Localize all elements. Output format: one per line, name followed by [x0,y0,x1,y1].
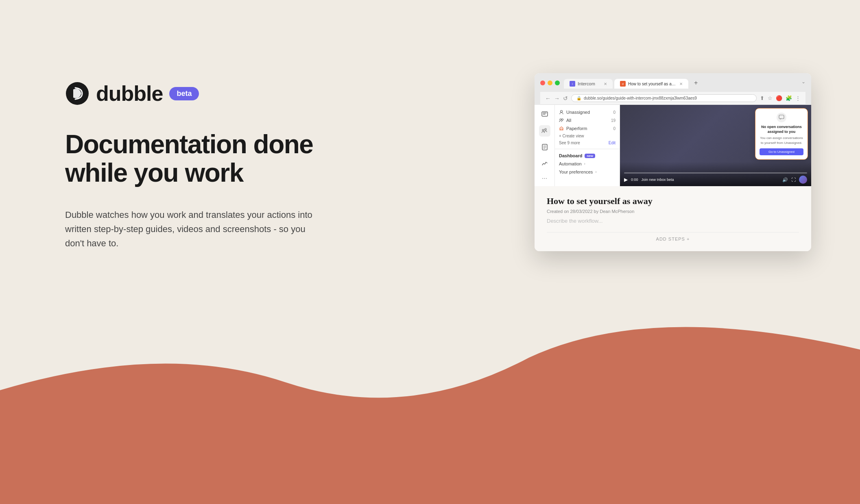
svg-point-6 [560,119,561,120]
browser-expand-icon[interactable]: ⌄ [801,79,805,85]
minimize-dot[interactable] [548,80,552,85]
logo-area: dubble beta [65,81,317,106]
nav-paperform[interactable]: Paperform 0 [555,124,620,133]
extensions-icon[interactable]: 🧩 [786,95,792,101]
sidebar-articles-icon[interactable] [539,141,550,153]
video-label: Join new Inbox beta [642,178,779,182]
nav-all-count: 19 [611,118,616,123]
guide-content-area: How to set yourself as away Created on 2… [535,186,811,251]
window-controls [540,80,560,85]
browser-chrome: i Intercom ✕ d How to set yourself as aw… [535,73,811,105]
headline: Documentation done while you work [65,130,317,187]
nav-divider [555,149,620,149]
svg-point-5 [561,111,563,113]
lock-icon: 🔒 [576,96,581,100]
tab2-close-icon[interactable]: ✕ [679,82,683,86]
tab1-label: Intercom [578,81,595,86]
beta-badge: beta [169,87,199,100]
nav-unassigned-label: Unassigned [566,110,590,115]
preferences-arrow-icon: › [595,170,596,174]
dubble-logo-icon [65,81,89,106]
nav-paperform-count: 0 [613,126,616,131]
refresh-button[interactable]: ↺ [563,95,568,102]
left-content-area: dubble beta Documentation done while you… [65,81,317,250]
go-to-unassigned-button[interactable]: Go to Unassigned [760,148,803,155]
browser-mockup: i Intercom ✕ d How to set yourself as aw… [535,73,811,251]
share-icon[interactable]: ⬆ [760,95,764,101]
more-icon[interactable]: ⋮ [795,95,801,101]
video-avatar [799,176,807,184]
nav-dashboard[interactable]: Dashboard new [555,152,620,160]
svg-rect-8 [779,115,784,119]
intercom-nav-panel: Unassigned 0 All 19 [555,105,620,186]
guide-description-placeholder[interactable]: Describe the workflow... [547,218,799,224]
svg-point-2 [542,129,544,131]
hero-subtext: Dubble watches how you work and translat… [65,208,317,251]
logo-text: dubble [96,81,163,106]
guide-favicon: d [620,81,626,87]
forward-button[interactable]: → [554,95,560,102]
svg-point-7 [562,119,563,120]
address-bar[interactable]: 🔒 dubble.so/guides/guide-with-intercom-j… [571,94,757,102]
automation-arrow-icon: › [584,162,585,166]
tab1-close-icon[interactable]: ✕ [604,82,607,86]
play-button[interactable]: ▶ [624,177,628,182]
sidebar-reports-icon[interactable] [539,158,550,169]
browser-action-buttons: ⬆ ☆ 🔴 🧩 ⋮ [760,95,801,101]
url-text: dubble.so/guides/guide-with-intercom-jmx… [584,96,697,100]
extension-icon[interactable]: 🔴 [776,95,782,101]
svg-point-3 [545,128,546,130]
back-button[interactable]: ← [545,95,551,102]
nav-unassigned[interactable]: Unassigned 0 [555,108,620,116]
popup-title: No open conversations assigned to you [760,125,803,134]
new-badge: new [585,154,595,158]
maximize-dot[interactable] [555,80,560,85]
video-right-controls: 🔊 ⛶ [782,176,807,184]
browser-mockup-wrapper: i Intercom ✕ d How to set yourself as aw… [535,73,811,251]
sidebar-conversations-icon[interactable] [539,125,550,137]
new-tab-button[interactable]: + [690,77,739,89]
video-player: ▶ 0:00 Join new Inbox beta 🔊 ⛶ [620,162,811,186]
sidebar-inbox-icon[interactable] [539,109,550,120]
volume-icon[interactable]: 🔊 [782,177,788,182]
browser-content: ··· Unassigned 0 [535,105,811,186]
nav-all-label: All [566,118,571,123]
video-time: 0:00 [631,178,638,182]
guide-meta: Created on 28/03/2022 by Dean McPherson [547,209,799,214]
video-controls: ▶ 0:00 Join new Inbox beta 🔊 ⛶ [624,176,807,184]
video-progress-bar: ▶ 0:00 Join new Inbox beta 🔊 ⛶ [624,172,807,184]
intercom-sidebar: ··· [535,105,555,186]
browser-tabs: i Intercom ✕ d How to set yourself as aw… [564,77,739,89]
close-dot[interactable] [540,80,545,85]
popup-sub: You can assign conversations to yourself… [760,136,803,145]
intercom-favicon: i [570,81,575,87]
notification-popup: No open conversations assigned to you Yo… [755,108,808,160]
nav-preferences[interactable]: Your preferences › [555,168,620,176]
add-steps-button[interactable]: ADD STEPS + [547,232,799,241]
nav-see-more[interactable]: See 9 more Edit [555,139,620,146]
nav-create-view[interactable]: + Create view [555,133,620,139]
video-timeline[interactable] [624,172,807,174]
browser-titlebar: i Intercom ✕ d How to set yourself as aw… [540,77,805,89]
browser-addressbar: ← → ↺ 🔒 dubble.so/guides/guide-with-inte… [540,92,805,105]
sidebar-more-icon[interactable]: ··· [542,175,547,182]
fullscreen-icon[interactable]: ⛶ [791,177,796,182]
nav-automation[interactable]: Automation › [555,160,620,168]
nav-unassigned-count: 0 [613,110,616,115]
bookmark-icon[interactable]: ☆ [768,95,773,101]
intercom-main-area: No open conversations assigned to you Yo… [620,105,811,186]
tab-guide[interactable]: d How to set yourself as away ✕ [614,79,688,89]
tab2-label: How to set yourself as away [628,82,677,86]
popup-chat-icon [777,113,786,122]
nav-paperform-label: Paperform [566,126,587,131]
nav-all[interactable]: All 19 [555,116,620,124]
guide-title: How to set yourself as away [547,196,799,206]
tab-intercom[interactable]: i Intercom ✕ [564,79,613,89]
